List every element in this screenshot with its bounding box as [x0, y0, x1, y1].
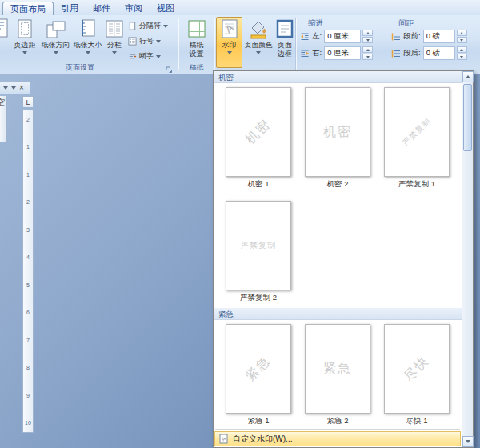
tab-references[interactable]: 引用	[54, 2, 86, 15]
custom-watermark-label: 自定义水印(W)...	[233, 434, 292, 445]
spacing-after-row: 段后: 0 磅	[391, 46, 467, 60]
tab-page-layout[interactable]: 页面布局	[2, 2, 54, 15]
indent-right-icon	[300, 49, 310, 58]
watermark-preview-text: 紧急	[242, 353, 274, 385]
ruler-number: 9	[26, 393, 30, 398]
indent-right-value: 0 厘米	[327, 48, 349, 58]
watermark-button[interactable]: A 水印	[216, 17, 242, 68]
orientation-label: 纸张方向	[42, 41, 70, 50]
watermark-option-urgent-1[interactable]: 紧急 紧急 1	[223, 324, 294, 426]
paper-size-button[interactable]: 纸张大小	[72, 17, 103, 68]
spacing-after-input[interactable]: 0 磅	[423, 46, 455, 60]
vertical-ruler[interactable]: 2112345678910	[22, 110, 34, 433]
watermark-option-confidential-1[interactable]: 机密 机密 1	[223, 87, 294, 190]
watermark-option-do-not-copy-1[interactable]: 严禁复制 严禁复制 1	[382, 87, 452, 190]
text-direction-button-partial[interactable]	[0, 18, 10, 45]
page-borders-button[interactable]: 页面 边框	[274, 17, 295, 68]
grid-paper-setup-button[interactable]: 稿纸 设置	[182, 17, 211, 68]
breaks-label: 分隔符	[139, 21, 161, 31]
group-page-setup: 页边距 纸张方向 纸张大小 分栏 分隔符	[0, 15, 178, 74]
spin-down-button[interactable]	[457, 37, 467, 43]
watermark-option-confidential-2[interactable]: 机密 机密 2	[302, 87, 373, 190]
hyphenation-label: 断字	[139, 51, 154, 62]
watermark-option-label: 严禁复制 1	[398, 179, 435, 190]
page-color-icon	[248, 18, 269, 39]
spin-up-icon	[460, 32, 463, 34]
spacing-after-label: 段后:	[403, 48, 421, 58]
spin-up-button[interactable]	[457, 46, 467, 53]
page-setup-dialog-launcher[interactable]	[165, 63, 174, 72]
spacing-section-label: 间距	[398, 18, 414, 29]
tab-review[interactable]: 审阅	[118, 2, 150, 15]
spacing-before-row: 段前: 0 磅	[391, 30, 467, 43]
hyphenation-button[interactable]: 断字	[126, 50, 162, 63]
spin-up-button[interactable]	[457, 30, 467, 36]
margins-button[interactable]: 页边距	[10, 17, 39, 68]
pane-toolbar-fragment: ×	[0, 82, 30, 94]
dropdown-arrow-icon[interactable]	[11, 86, 16, 90]
gallery-section-header-urgent: 紧急	[214, 308, 462, 320]
watermark-preview-text: 严禁复制	[241, 240, 276, 251]
spin-down-icon	[366, 39, 370, 42]
scroll-up-button[interactable]	[462, 71, 474, 82]
spin-down-button[interactable]	[457, 54, 467, 60]
spacing-before-input[interactable]: 0 磅	[423, 30, 455, 43]
tab-view[interactable]: 视图	[150, 2, 182, 15]
watermark-icon: A	[219, 18, 240, 39]
tab-mailings[interactable]: 邮件	[86, 2, 118, 15]
margins-label: 页边距	[14, 41, 36, 50]
page-break-icon	[128, 22, 137, 30]
custom-watermark-icon: A	[218, 434, 229, 444]
custom-watermark-item[interactable]: A 自定义水印(W)...	[214, 431, 461, 446]
spin-down-icon	[460, 56, 463, 58]
margins-icon	[14, 18, 35, 39]
group-title-grid-paper: 稿纸	[178, 62, 214, 73]
watermark-preview-page: 严禁复制	[226, 201, 291, 290]
watermark-option-label: 尽快 1	[406, 416, 428, 426]
orientation-button[interactable]: 纸张方向	[40, 17, 71, 68]
watermark-option-do-not-copy-2[interactable]: 严禁复制 严禁复制 2	[223, 201, 294, 303]
scroll-down-button[interactable]	[462, 436, 474, 447]
line-numbers-button[interactable]: 行号	[126, 34, 162, 48]
spin-down-button[interactable]	[362, 54, 373, 60]
page-borders-label-2: 边框	[278, 50, 292, 58]
watermark-option-label: 严禁复制 2	[240, 293, 277, 303]
scrollbar-thumb[interactable]	[463, 84, 472, 151]
watermark-option-asap-1[interactable]: 尽快 尽快 1	[382, 324, 452, 426]
spacing-after-spinner	[457, 46, 467, 60]
dropdown-arrow-icon	[156, 55, 161, 58]
watermark-row-2: 严禁复制 严禁复制 2	[214, 197, 462, 303]
watermark-row-3: 紧急 紧急 1 紧急 紧急 2 尽快 尽快 1	[214, 320, 462, 426]
page-borders-icon	[274, 18, 295, 39]
indent-left-icon	[300, 32, 310, 42]
page-color-button[interactable]: 页面颜色	[243, 17, 274, 68]
indent-left-input[interactable]: 0 厘米	[324, 30, 361, 43]
gallery-scrollbar[interactable]	[462, 71, 473, 447]
watermark-option-label: 机密 1	[248, 179, 270, 190]
spacing-after-value: 0 磅	[426, 48, 440, 58]
spin-up-button[interactable]	[362, 46, 373, 53]
group-divider	[295, 18, 296, 70]
scroll-up-icon	[466, 75, 470, 78]
pane-text-fragment: 空	[0, 98, 5, 106]
columns-button[interactable]: 分栏	[104, 17, 125, 68]
close-icon[interactable]: ×	[19, 84, 24, 92]
empty-cell	[382, 201, 452, 303]
ribbon: 页边距 纸张方向 纸张大小 分栏 分隔符	[0, 15, 480, 74]
breaks-button[interactable]: 分隔符	[126, 19, 170, 33]
indent-right-input[interactable]: 0 厘米	[324, 46, 361, 60]
indent-right-spinner	[362, 46, 373, 60]
menu-separator	[215, 429, 460, 430]
tab-stop-selector[interactable]: L	[22, 96, 34, 108]
paper-size-icon	[78, 18, 98, 39]
grid-paper-label-2: 设置	[190, 50, 204, 58]
spin-down-icon	[460, 39, 463, 42]
columns-label: 分栏	[107, 41, 122, 50]
spin-up-button[interactable]	[362, 30, 373, 36]
watermark-option-urgent-2[interactable]: 紧急 紧急 2	[302, 324, 373, 426]
indent-right-row: 右: 0 厘米	[300, 46, 373, 60]
tab-stop-glyph: L	[26, 98, 30, 106]
dropdown-arrow-icon[interactable]	[3, 86, 8, 90]
spin-down-button[interactable]	[362, 37, 373, 43]
watermark-preview-page: 紧急	[226, 324, 291, 414]
